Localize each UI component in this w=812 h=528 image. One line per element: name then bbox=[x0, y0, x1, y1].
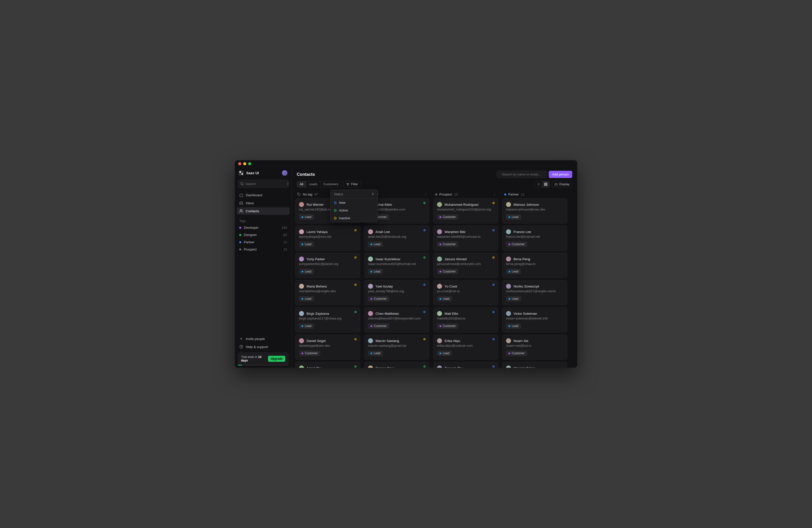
column-body: Rut Werner rut_werner242@att.info Lead L… bbox=[295, 198, 361, 368]
popover-item-new[interactable]: New bbox=[331, 199, 377, 206]
card-avatar bbox=[506, 366, 511, 368]
segment-all[interactable]: All bbox=[297, 181, 306, 187]
contact-card[interactable]: Isaac Kuznetsov isaac-kuznetsov605@hotma… bbox=[364, 253, 429, 278]
card-avatar bbox=[506, 202, 511, 207]
segment-customers[interactable]: Customers bbox=[320, 181, 341, 187]
inbox-icon bbox=[239, 201, 243, 205]
card-tag: Lead bbox=[368, 241, 383, 247]
contact-card[interactable]: Noam Xie noam+xie@bol.io Customer bbox=[502, 335, 567, 360]
status-indicator-icon bbox=[493, 202, 494, 204]
trial-box: Trial ends in 14 days Upgrade bbox=[238, 352, 289, 365]
svg-point-14 bbox=[425, 194, 426, 195]
tag-item-developer[interactable]: Developer 210 bbox=[237, 224, 290, 231]
contact-card[interactable]: Mariusz Johnson mariusz-johnson@mac.dev … bbox=[502, 198, 567, 223]
sidebar-search[interactable]: / bbox=[238, 180, 289, 188]
column: Partner 11 Mariusz Johnson mariusz-johns… bbox=[502, 191, 568, 368]
status-indicator-icon bbox=[423, 311, 425, 313]
invite-people-link[interactable]: Invite people bbox=[237, 335, 290, 342]
status-indicator-icon bbox=[354, 256, 357, 259]
card-avatar bbox=[437, 229, 442, 234]
nav-item-inbox[interactable]: Inbox bbox=[237, 199, 290, 207]
tag-item-partner[interactable]: Partner 12 bbox=[237, 239, 290, 246]
card-tag: Customer bbox=[368, 323, 389, 329]
card-tag-label: Customer bbox=[374, 297, 387, 300]
add-person-button[interactable]: Add person bbox=[549, 171, 572, 178]
column-menu-button[interactable] bbox=[493, 193, 496, 196]
contact-card[interactable]: Amiyt Zhu bbox=[295, 362, 360, 368]
contact-card[interactable]: Marcin Saetang marcin-saetang@gmail.biz … bbox=[364, 335, 429, 360]
filter-button[interactable]: Filter bbox=[343, 181, 361, 188]
contact-card[interactable]: Victor Suleiman victor+suleiman@telenet.… bbox=[502, 307, 567, 333]
svg-point-17 bbox=[494, 194, 495, 195]
contact-card[interactable]: Erika Aliyu erika-aliyu@outlook.com Lead bbox=[433, 335, 498, 360]
card-tag: Customer bbox=[437, 269, 458, 274]
card-name: Chen Matthews bbox=[376, 312, 399, 316]
card-email: chenmatthews657@blueyonder.com bbox=[368, 317, 425, 320]
nav-item-contacts[interactable]: Contacts bbox=[237, 207, 290, 215]
svg-rect-6 bbox=[546, 183, 547, 184]
card-name: Maria Behera bbox=[306, 284, 327, 288]
card-avatar bbox=[368, 284, 373, 289]
contact-card[interactable]: Yuriy Parker yuriyparker842@planet.org L… bbox=[295, 253, 360, 278]
contact-card[interactable]: Wanphen Bibi wanphen-bibi890@comcast.io … bbox=[433, 225, 498, 251]
status-indicator-icon bbox=[493, 256, 494, 259]
contact-card[interactable]: Tomasz Zhu bbox=[433, 362, 498, 368]
contact-card[interactable]: Matt Ellis mattellis923@aol.io Customer bbox=[433, 307, 498, 333]
segment-leads[interactable]: Leads bbox=[306, 181, 320, 187]
contact-card[interactable]: Francis Lee francis.lee@hotmail.net Cust… bbox=[502, 225, 567, 251]
card-tag: Customer bbox=[437, 214, 458, 220]
list-view-button[interactable] bbox=[535, 181, 542, 187]
contact-card[interactable]: Masami Baker bbox=[502, 362, 567, 368]
card-avatar bbox=[506, 311, 511, 316]
popover-item-inactive[interactable]: Inactive bbox=[331, 214, 377, 222]
tag-item-prospect[interactable]: Prospect 23 bbox=[237, 246, 290, 253]
column-menu-button[interactable] bbox=[424, 193, 427, 196]
contact-card[interactable]: Janusz Ahmed januszahmed@centurytel.com … bbox=[433, 253, 498, 278]
toolbar: AllLeadsCustomers Filter bbox=[292, 181, 577, 191]
card-email: yael_azulay796@me.org bbox=[368, 289, 425, 293]
upgrade-button[interactable]: Upgrade bbox=[268, 356, 285, 362]
contact-card[interactable]: Anah Lee anah.lee20@facebook.org Lead bbox=[364, 225, 429, 251]
trial-text: Trial ends in 14 days bbox=[241, 355, 268, 362]
column-header: Partner 11 bbox=[502, 191, 568, 198]
maximize-window-button[interactable] bbox=[248, 162, 251, 165]
tag-item-designer[interactable]: Designer 83 bbox=[237, 232, 290, 238]
card-name: Janusz Ahmed bbox=[445, 257, 467, 261]
contact-card[interactable]: Chen Matthews chenmatthews657@blueyonder… bbox=[364, 307, 429, 333]
contact-card[interactable]: Yu Cook yu-cook@me.io Lead bbox=[433, 280, 498, 305]
popover-item-active[interactable]: Active bbox=[331, 206, 377, 214]
contact-card[interactable]: Daniel Segel danielsegel@aim.dev Custome… bbox=[295, 335, 360, 360]
board-view-button[interactable] bbox=[542, 181, 550, 187]
titlebar bbox=[235, 160, 577, 167]
contact-card[interactable]: Laxmi Yahaya laxmiyahaya@msn.biz Lead bbox=[295, 225, 360, 251]
minimize-window-button[interactable] bbox=[243, 162, 246, 165]
contact-card[interactable]: Maria Behera mariabehera@virgilio.dev Le… bbox=[295, 280, 360, 305]
nav-item-dashboard[interactable]: Dashboard bbox=[237, 191, 290, 199]
card-tag-dot-icon bbox=[439, 352, 441, 354]
status-indicator-icon bbox=[354, 229, 357, 231]
contact-card[interactable]: Birgir Zaytseva birgir.zaytseva217@shaw.… bbox=[295, 307, 360, 333]
tag-dot-icon bbox=[239, 241, 241, 243]
card-tag: Customer bbox=[437, 241, 458, 247]
sidebar-search-input[interactable] bbox=[246, 182, 288, 186]
contact-card[interactable]: Muhammed Rodriguez muhammed_rodriguez524… bbox=[433, 198, 498, 223]
card-tag-label: Lead bbox=[512, 270, 519, 273]
contact-card[interactable]: Noriko Szewczyk norikoszewczyk827@virgil… bbox=[502, 280, 567, 305]
display-button[interactable]: Display bbox=[552, 181, 572, 188]
card-tag-dot-icon bbox=[371, 298, 372, 300]
card-tag-label: Lead bbox=[305, 243, 311, 246]
contact-card[interactable]: Yael Azulay yael_azulay796@me.org Custom… bbox=[364, 280, 429, 305]
card-tag-label: Lead bbox=[305, 215, 311, 219]
brand[interactable]: Saas UI bbox=[239, 171, 259, 176]
contact-card[interactable]: Birna Peng birna.peng@shaw.io Lead bbox=[502, 253, 567, 278]
contact-card[interactable]: Saman Devi bbox=[364, 362, 429, 368]
help-support-link[interactable]: Help & support bbox=[237, 343, 290, 351]
close-window-button[interactable] bbox=[238, 162, 241, 165]
brand-name: Saas UI bbox=[246, 171, 259, 175]
card-avatar bbox=[299, 284, 304, 289]
card-email: januszahmed@centurytel.com bbox=[437, 262, 494, 266]
contacts-search-input[interactable] bbox=[502, 173, 544, 176]
contacts-search[interactable] bbox=[497, 171, 547, 178]
card-tag-dot-icon bbox=[439, 298, 441, 300]
user-avatar[interactable] bbox=[282, 170, 288, 176]
